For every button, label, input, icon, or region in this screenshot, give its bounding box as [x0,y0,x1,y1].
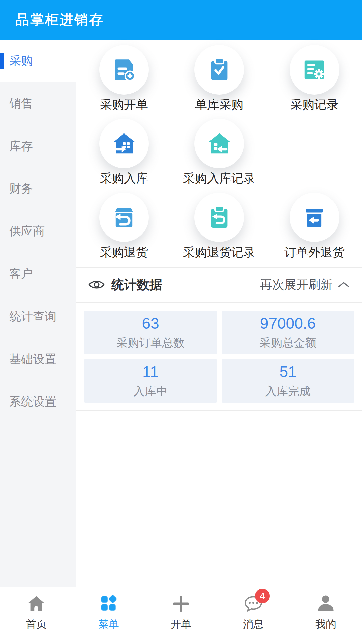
sidebar-item-system-settings[interactable]: 系统设置 [0,380,76,423]
menu-item-label: 采购退货记录 [183,244,255,261]
stat-value: 63 [142,314,159,332]
tab-profile[interactable]: 我的 [290,592,362,644]
sidebar-item-label: 统计查询 [9,309,56,324]
stat-label: 入库中 [133,384,168,399]
sidebar-item-purchase[interactable]: 采购 [0,40,76,82]
clipboard-check-icon [194,45,244,95]
menu-grid-row: 采购开单 单库采购 [76,40,362,113]
message-icon: 4 [243,592,264,615]
sidebar-item-label: 基础设置 [9,351,56,367]
app-page: 品掌柜进销存 采购 销售 库存 财务 供应商 客户 [0,0,362,644]
menu-item-label: 采购入库 [100,170,148,187]
bottom-tab-bar: 首页 菜单 开单 [0,587,362,644]
home-icon [26,592,47,615]
active-indicator [0,53,4,69]
menu-item-purchase-records[interactable]: 采购记录 [267,40,362,113]
sidebar-item-label: 供应商 [9,223,45,239]
stat-card-inbound-in-progress: 11 入库中 [84,359,217,402]
menu-item-label: 采购记录 [290,97,339,113]
stat-card-inbound-completed: 51 入库完成 [222,359,354,402]
message-badge: 4 [255,589,270,603]
tab-label: 我的 [315,617,336,631]
plus-icon [171,592,191,615]
bin-arrow-left-icon [290,193,339,242]
sidebar-item-finance[interactable]: 财务 [0,167,76,210]
stats-title: 统计数据 [111,276,162,293]
menu-grid-row: 采购退货 采购退货记录 [76,187,362,261]
sidebar-item-customer[interactable]: 客户 [0,253,76,295]
menu-grid-row: 采购入库 采购入库记录 [76,113,362,187]
tab-messages[interactable]: 4 消息 [217,592,290,644]
house-arrow-in-icon [194,119,244,168]
stat-label: 入库完成 [265,384,311,399]
stats-header-left: 统计数据 [88,276,162,293]
menu-item-purchase-inbound[interactable]: 采购入库 [76,113,172,187]
sidebar-item-label: 销售 [9,96,33,111]
menu-item-label: 采购退货 [100,244,148,261]
menu-item-label: 采购入库记录 [183,170,255,187]
stat-label: 采购订单总数 [116,335,185,351]
stats-refresh-label: 再次展开刷新 [260,277,333,293]
tab-label: 首页 [26,617,47,631]
person-icon [315,592,336,615]
sidebar-item-supplier[interactable]: 供应商 [0,210,76,253]
tab-home[interactable]: 首页 [0,592,72,644]
chevron-up-icon [337,280,351,289]
stat-card-total-amount: 97000.6 采购总金额 [222,311,354,354]
stat-value: 11 [142,363,159,381]
menu-item-purchase-return-records[interactable]: 采购退货记录 [172,187,267,261]
tab-label: 菜单 [98,617,119,631]
app-header: 品掌柜进销存 [0,0,362,40]
eye-icon [88,278,105,291]
menu-item-label: 采购开单 [100,97,148,113]
sidebar-item-label: 客户 [9,266,33,282]
menu-item-purchase-inbound-records[interactable]: 采购入库记录 [172,113,267,187]
menu-item-purchase-order[interactable]: 采购开单 [76,40,172,113]
doc-plus-icon [99,45,149,95]
tab-create-order[interactable]: 开单 [145,592,217,644]
stat-card-total-orders: 63 采购订单总数 [84,311,217,354]
doc-gear-icon [290,45,339,95]
menu-item-label: 订单外退货 [284,244,345,261]
sidebar-item-label: 系统设置 [9,394,56,410]
stat-value: 51 [279,363,296,381]
stats-cards: 63 采购订单总数 97000.6 采购总金额 11 入库中 51 入库完成 [76,303,362,411]
house-arrow-out-icon [99,119,149,168]
menu-grid-empty-cell [267,113,362,187]
sidebar-item-label: 库存 [9,138,33,154]
sidebar-item-sales[interactable]: 销售 [0,82,76,125]
menu-item-label: 单库采购 [195,97,243,113]
category-sidebar: 采购 销售 库存 财务 供应商 客户 统计查询 基础设置 [0,40,76,587]
sidebar-item-inventory[interactable]: 库存 [0,125,76,167]
sidebar-item-label: 采购 [9,53,33,69]
sidebar-item-label: 财务 [9,181,33,197]
menu-item-single-warehouse-purchase[interactable]: 单库采购 [172,40,267,113]
tab-label: 开单 [171,617,191,631]
sidebar-item-basic-settings[interactable]: 基础设置 [0,338,76,380]
tab-menu[interactable]: 菜单 [72,592,145,644]
stats-refresh-toggle[interactable]: 再次展开刷新 [260,277,351,293]
menu-item-purchase-return[interactable]: 采购退货 [76,187,172,261]
sidebar-item-statistics-query[interactable]: 统计查询 [0,295,76,338]
stat-value: 97000.6 [260,314,316,332]
box-return-icon [99,193,149,242]
stat-label: 采购总金额 [259,335,316,351]
tab-label: 消息 [243,617,264,631]
apps-menu-icon [98,592,119,615]
main-body: 采购 销售 库存 财务 供应商 客户 统计查询 基础设置 [0,40,362,587]
stats-header: 统计数据 再次展开刷新 [76,267,362,303]
app-title: 品掌柜进销存 [15,11,104,29]
clipboard-return-icon [194,193,244,242]
content-area: 采购开单 单库采购 [76,40,362,587]
menu-item-non-order-return[interactable]: 订单外退货 [267,187,362,261]
